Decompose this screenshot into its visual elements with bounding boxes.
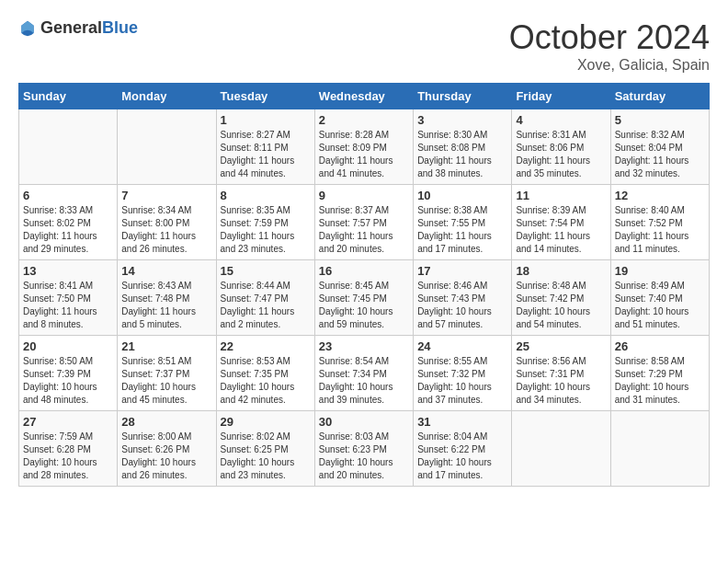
day-number: 4: [516, 113, 606, 127]
day-info: Sunrise: 8:33 AMSunset: 8:02 PMDaylight:…: [23, 204, 113, 256]
day-number: 16: [319, 264, 409, 278]
day-info: Sunrise: 8:54 AMSunset: 7:34 PMDaylight:…: [319, 355, 409, 407]
weekday-header: Monday: [118, 84, 216, 109]
day-info: Sunrise: 8:38 AMSunset: 7:55 PMDaylight:…: [417, 204, 507, 256]
day-info: Sunrise: 7:59 AMSunset: 6:28 PMDaylight:…: [23, 431, 113, 482]
calendar-week: 1 Sunrise: 8:27 AMSunset: 8:11 PMDayligh…: [19, 109, 710, 185]
calendar-cell: 29 Sunrise: 8:02 AMSunset: 6:25 PMDaylig…: [216, 411, 314, 487]
calendar-cell: 2 Sunrise: 8:28 AMSunset: 8:09 PMDayligh…: [314, 109, 413, 185]
calendar-cell: 27 Sunrise: 7:59 AMSunset: 6:28 PMDaylig…: [19, 411, 118, 487]
calendar-cell: 11 Sunrise: 8:39 AMSunset: 7:54 PMDaylig…: [512, 185, 610, 260]
day-info: Sunrise: 8:49 AMSunset: 7:40 PMDaylight:…: [615, 280, 705, 331]
calendar-cell: 21 Sunrise: 8:51 AMSunset: 7:37 PMDaylig…: [118, 336, 216, 411]
calendar-cell: [512, 411, 610, 487]
day-info: Sunrise: 8:40 AMSunset: 7:52 PMDaylight:…: [615, 204, 705, 256]
day-info: Sunrise: 8:46 AMSunset: 7:43 PMDaylight:…: [417, 280, 507, 331]
calendar-cell: 13 Sunrise: 8:41 AMSunset: 7:50 PMDaylig…: [19, 260, 118, 336]
calendar-cell: 15 Sunrise: 8:44 AMSunset: 7:47 PMDaylig…: [216, 260, 314, 336]
calendar-cell: 4 Sunrise: 8:31 AMSunset: 8:06 PMDayligh…: [512, 109, 610, 185]
logo-blue: Blue: [102, 18, 138, 37]
day-number: 6: [23, 189, 113, 202]
day-number: 13: [23, 264, 113, 278]
day-info: Sunrise: 8:41 AMSunset: 7:50 PMDaylight:…: [23, 280, 113, 331]
day-info: Sunrise: 8:39 AMSunset: 7:54 PMDaylight:…: [516, 204, 606, 256]
day-number: 15: [221, 264, 311, 278]
day-number: 3: [417, 113, 507, 127]
day-number: 23: [319, 339, 409, 353]
month-title: October 2024: [509, 18, 710, 57]
day-number: 2: [319, 113, 409, 127]
calendar-cell: 28 Sunrise: 8:00 AMSunset: 6:26 PMDaylig…: [118, 411, 216, 487]
day-info: Sunrise: 8:44 AMSunset: 7:47 PMDaylight:…: [221, 280, 311, 331]
day-number: 8: [221, 189, 311, 202]
day-number: 14: [121, 264, 211, 278]
calendar-week: 27 Sunrise: 7:59 AMSunset: 6:28 PMDaylig…: [19, 411, 710, 487]
calendar-cell: 8 Sunrise: 8:35 AMSunset: 7:59 PMDayligh…: [216, 185, 314, 260]
day-number: 1: [221, 113, 311, 127]
day-info: Sunrise: 8:53 AMSunset: 7:35 PMDaylight:…: [221, 355, 311, 407]
day-number: 20: [23, 339, 113, 353]
day-number: 26: [615, 339, 705, 353]
calendar-cell: 19 Sunrise: 8:49 AMSunset: 7:40 PMDaylig…: [610, 260, 709, 336]
day-info: Sunrise: 8:00 AMSunset: 6:26 PMDaylight:…: [121, 431, 211, 482]
calendar-cell: 26 Sunrise: 8:58 AMSunset: 7:29 PMDaylig…: [610, 336, 709, 411]
day-number: 22: [221, 339, 311, 353]
calendar-cell: 3 Sunrise: 8:30 AMSunset: 8:08 PMDayligh…: [414, 109, 512, 185]
calendar-table: SundayMondayTuesdayWednesdayThursdayFrid…: [18, 83, 710, 487]
day-number: 17: [417, 264, 507, 278]
day-number: 10: [417, 189, 507, 202]
calendar-cell: 1 Sunrise: 8:27 AMSunset: 8:11 PMDayligh…: [216, 109, 314, 185]
day-number: 9: [319, 189, 409, 202]
day-number: 21: [121, 339, 211, 353]
day-info: Sunrise: 8:58 AMSunset: 7:29 PMDaylight:…: [615, 355, 705, 407]
calendar-week: 13 Sunrise: 8:41 AMSunset: 7:50 PMDaylig…: [19, 260, 710, 336]
day-info: Sunrise: 8:37 AMSunset: 7:57 PMDaylight:…: [319, 204, 409, 256]
logo-text: GeneralBlue: [40, 18, 138, 38]
day-number: 7: [121, 189, 211, 202]
calendar-cell: [610, 411, 709, 487]
weekday-header: Friday: [512, 84, 610, 109]
weekday-header: Wednesday: [314, 84, 413, 109]
calendar-cell: 12 Sunrise: 8:40 AMSunset: 7:52 PMDaylig…: [610, 185, 709, 260]
weekday-row: SundayMondayTuesdayWednesdayThursdayFrid…: [19, 84, 710, 109]
day-info: Sunrise: 8:43 AMSunset: 7:48 PMDaylight:…: [121, 280, 211, 331]
calendar-cell: 14 Sunrise: 8:43 AMSunset: 7:48 PMDaylig…: [118, 260, 216, 336]
day-number: 12: [615, 189, 705, 202]
calendar-cell: 17 Sunrise: 8:46 AMSunset: 7:43 PMDaylig…: [414, 260, 512, 336]
day-number: 5: [615, 113, 705, 127]
day-number: 24: [417, 339, 507, 353]
day-info: Sunrise: 8:48 AMSunset: 7:42 PMDaylight:…: [516, 280, 606, 331]
calendar-cell: 20 Sunrise: 8:50 AMSunset: 7:39 PMDaylig…: [19, 336, 118, 411]
day-info: Sunrise: 8:50 AMSunset: 7:39 PMDaylight:…: [23, 355, 113, 407]
calendar-cell: 30 Sunrise: 8:03 AMSunset: 6:23 PMDaylig…: [314, 411, 413, 487]
logo-icon: [18, 19, 37, 38]
page-header: GeneralBlue October 2024 Xove, Galicia, …: [18, 18, 710, 74]
day-number: 28: [121, 415, 211, 429]
day-info: Sunrise: 8:31 AMSunset: 8:06 PMDaylight:…: [516, 129, 606, 180]
day-number: 11: [516, 189, 606, 202]
calendar-cell: 18 Sunrise: 8:48 AMSunset: 7:42 PMDaylig…: [512, 260, 610, 336]
title-section: October 2024 Xove, Galicia, Spain: [509, 18, 710, 74]
day-number: 18: [516, 264, 606, 278]
weekday-header: Thursday: [414, 84, 512, 109]
calendar-week: 6 Sunrise: 8:33 AMSunset: 8:02 PMDayligh…: [19, 185, 710, 260]
calendar-cell: 31 Sunrise: 8:04 AMSunset: 6:22 PMDaylig…: [414, 411, 512, 487]
day-number: 31: [417, 415, 507, 429]
day-info: Sunrise: 8:45 AMSunset: 7:45 PMDaylight:…: [319, 280, 409, 331]
day-info: Sunrise: 8:03 AMSunset: 6:23 PMDaylight:…: [319, 431, 409, 482]
calendar-cell: 24 Sunrise: 8:55 AMSunset: 7:32 PMDaylig…: [414, 336, 512, 411]
weekday-header: Saturday: [610, 84, 709, 109]
day-info: Sunrise: 8:34 AMSunset: 8:00 PMDaylight:…: [121, 204, 211, 256]
logo: GeneralBlue: [18, 18, 138, 38]
day-info: Sunrise: 8:30 AMSunset: 8:08 PMDaylight:…: [417, 129, 507, 180]
calendar-header: SundayMondayTuesdayWednesdayThursdayFrid…: [19, 84, 710, 109]
logo-general: General: [40, 18, 102, 37]
calendar-body: 1 Sunrise: 8:27 AMSunset: 8:11 PMDayligh…: [19, 109, 710, 487]
calendar-cell: 25 Sunrise: 8:56 AMSunset: 7:31 PMDaylig…: [512, 336, 610, 411]
calendar-cell: 6 Sunrise: 8:33 AMSunset: 8:02 PMDayligh…: [19, 185, 118, 260]
day-info: Sunrise: 8:04 AMSunset: 6:22 PMDaylight:…: [417, 431, 507, 482]
calendar-cell: [118, 109, 216, 185]
weekday-header: Sunday: [19, 84, 118, 109]
day-info: Sunrise: 8:55 AMSunset: 7:32 PMDaylight:…: [417, 355, 507, 407]
calendar-cell: 22 Sunrise: 8:53 AMSunset: 7:35 PMDaylig…: [216, 336, 314, 411]
